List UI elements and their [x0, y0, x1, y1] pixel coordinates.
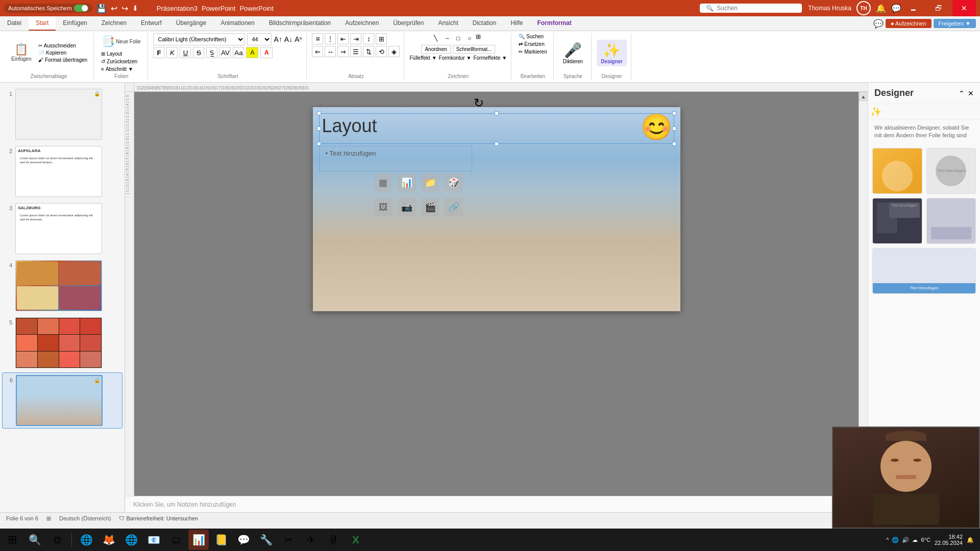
columns-button[interactable]: ⊞	[376, 33, 387, 44]
font-size-select[interactable]: 44	[247, 33, 272, 45]
tab-ueberpruefen[interactable]: Überprüfen	[386, 16, 431, 31]
db-icon[interactable]: 🛢	[323, 530, 344, 550]
firefox-icon[interactable]: 🦊	[99, 530, 119, 550]
title-search-box[interactable]: 🔍	[700, 4, 802, 13]
italic-button[interactable]: K	[166, 47, 178, 58]
notes-area[interactable]: Klicken Sie, um Notizen hinzuzufügen	[125, 496, 868, 512]
tab-zeichnen[interactable]: Zeichnen	[94, 16, 134, 31]
slide-thumb-2[interactable]: 2 AUFKLARA Lorem ipsum dolor sit amet co…	[2, 144, 122, 199]
powerpoint-taskbar-icon[interactable]: 📊	[188, 530, 209, 550]
designer-collapse-icon[interactable]: ⌃	[959, 89, 965, 97]
slide-thumb-5[interactable]: 5	[2, 315, 122, 370]
decrease-font-icon[interactable]: A↓	[284, 35, 292, 43]
canvas-area[interactable]: ↻ Layout	[134, 92, 859, 496]
chrome-icon[interactable]: 🌐	[121, 530, 141, 550]
notification-icon[interactable]: 🔔	[967, 537, 974, 543]
fuelleffekt-button[interactable]: Fülleffekt ▼	[409, 55, 436, 61]
layout-button[interactable]: ⊞ Layout	[99, 51, 124, 57]
clock[interactable]: 18:42 22.05.2024	[935, 534, 963, 546]
redo-icon[interactable]: ↪	[121, 4, 128, 13]
content-icon-chart[interactable]: 📊	[398, 173, 416, 192]
smartart-button[interactable]: ◈	[388, 46, 400, 57]
line-icon[interactable]: ╲	[431, 33, 441, 43]
convert-button[interactable]: ⟲	[376, 46, 387, 57]
aufzeichnen-button[interactable]: ● Aufzeichnen	[886, 19, 932, 28]
volume-icon[interactable]: 🔊	[902, 537, 909, 543]
tab-formformat[interactable]: Formformat	[530, 16, 578, 31]
onenote-icon[interactable]: 📒	[211, 530, 231, 550]
bold-button[interactable]: F	[153, 47, 164, 58]
handle-br[interactable]	[672, 142, 676, 146]
save-icon[interactable]: 💾	[96, 4, 107, 13]
increase-font-icon[interactable]: A↑	[274, 35, 282, 43]
edge-icon[interactable]: 🌐	[76, 530, 96, 550]
comments-icon[interactable]: 💬	[873, 19, 884, 29]
content-text-box[interactable]: • Text hinzufügen	[319, 146, 472, 171]
formeffekte-button[interactable]: Formeffekte ▼	[473, 55, 507, 61]
neue-folie-button[interactable]: 📑 Neue Folie	[99, 33, 143, 49]
ausschneiden-button[interactable]: ✂ Ausschneiden	[36, 42, 89, 49]
zuruecksetzen-button[interactable]: ↺ Zurücksetzen	[99, 58, 139, 65]
tab-start[interactable]: Start	[29, 16, 56, 31]
content-icon-photo[interactable]: 📷	[398, 198, 416, 216]
scroll-up-button[interactable]: ▲	[859, 92, 868, 101]
tab-hilfe[interactable]: Hilfe	[503, 16, 530, 31]
freigeben-button[interactable]: Freigeben ▼	[934, 19, 976, 28]
tab-uebergaenge[interactable]: Übergänge	[169, 16, 213, 31]
rect-icon[interactable]: □	[453, 33, 463, 43]
more-tools-icon[interactable]: ⬇	[132, 4, 138, 12]
einfuegen-button[interactable]: 📋 Einfügen	[8, 42, 34, 64]
font-select[interactable]: Calibri Light (Überschriften)	[153, 33, 245, 45]
rotate-handle[interactable]: ↻	[474, 96, 484, 110]
align-right-button[interactable]: ⇒	[337, 46, 349, 57]
handle-bl[interactable]	[317, 142, 321, 146]
format-uebertragen-button[interactable]: 🖌 Format übertragen	[36, 57, 89, 63]
autosave-pill[interactable]	[74, 5, 88, 12]
search-input[interactable]	[717, 5, 788, 12]
line-spacing-button[interactable]: ↕	[363, 33, 374, 44]
align-center-button[interactable]: ↔	[325, 46, 336, 57]
title-text-box[interactable]: Layout	[319, 113, 674, 144]
slide-title-text[interactable]: Layout	[319, 113, 674, 139]
content-icon-video[interactable]: 🎬	[421, 198, 439, 216]
designer-button[interactable]: ✨ Designer	[597, 40, 627, 66]
start-button[interactable]: ⊞	[2, 530, 22, 550]
content-icon-link[interactable]: 🔗	[445, 198, 463, 216]
ersetzen-button[interactable]: ⇄ Ersetzen	[517, 41, 546, 47]
user-avatar[interactable]: TH	[856, 1, 871, 15]
handle-bm[interactable]	[495, 142, 499, 146]
diktieren-button[interactable]: 🎤 Diktieren	[559, 40, 587, 66]
search-taskbar-button[interactable]: 🔍	[24, 530, 45, 550]
content-icon-3d[interactable]: 🎲	[445, 173, 463, 192]
content-icon-smartart[interactable]: 📁	[421, 173, 439, 192]
handle-ml[interactable]	[317, 127, 321, 131]
emoji-element[interactable]: 😊	[641, 112, 672, 142]
slide-canvas[interactable]: Layout • Text hinzufügen	[313, 107, 680, 311]
arrow-icon[interactable]: →	[442, 33, 452, 43]
explorer-icon[interactable]: 🗂	[166, 530, 186, 550]
designer-close-icon[interactable]: ✕	[968, 89, 974, 97]
anordnen-button[interactable]: Anordnen	[421, 45, 450, 54]
undo-icon[interactable]: ↩	[111, 4, 117, 13]
outlook-icon[interactable]: 📧	[143, 530, 164, 550]
network-icon[interactable]: 🌐	[892, 537, 899, 543]
font-color-button[interactable]: A	[260, 47, 273, 58]
slide-thumb-3[interactable]: 3 SALZBURG Lorem ipsum dolor sit amet co…	[2, 201, 122, 256]
abschnitt-button[interactable]: ≡ Abschnitt ▼	[99, 66, 135, 72]
decrease-indent-button[interactable]: ⇤	[337, 33, 349, 44]
shapes-more-icon[interactable]: ⊞	[476, 33, 486, 43]
layout-card-1[interactable]	[872, 148, 922, 194]
tab-entwurf[interactable]: Entwurf	[134, 16, 169, 31]
tray-arrow[interactable]: ^	[886, 537, 889, 543]
justify-button[interactable]: ☰	[350, 46, 361, 57]
content-icon-table[interactable]: ▦	[374, 173, 393, 192]
excel-icon[interactable]: X	[346, 530, 366, 550]
bullet-list-button[interactable]: ≡	[312, 33, 323, 44]
handle-tl[interactable]	[317, 111, 321, 115]
minimize-button[interactable]: 🗕	[901, 0, 925, 16]
tab-datei[interactable]: Datei	[0, 16, 29, 31]
align-left-button[interactable]: ⇐	[312, 46, 323, 57]
slack-icon[interactable]: ✂	[278, 530, 299, 550]
telegram-icon[interactable]: ✈	[301, 530, 321, 550]
oval-icon[interactable]: ○	[464, 33, 475, 43]
